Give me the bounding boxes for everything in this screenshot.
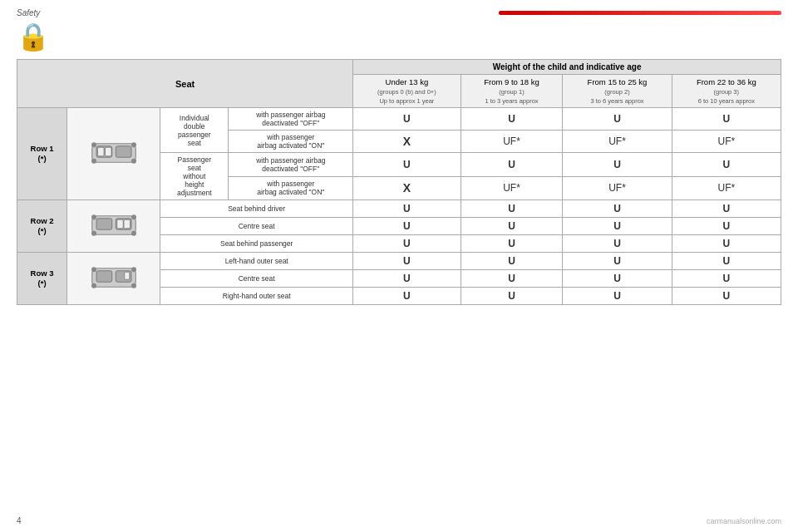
row3-seat-2-val3: U — [672, 288, 781, 305]
row3-car-svg — [89, 262, 139, 293]
row2-seat-2-val0: U — [353, 235, 461, 253]
svg-point-24 — [131, 283, 136, 288]
row1-cond-3-desc: with passengerairbag activated "ON" — [229, 176, 353, 200]
row3-seat-0-val0: U — [353, 253, 461, 270]
row1-cond-2-val3: U — [672, 153, 781, 177]
svg-point-22 — [91, 283, 96, 288]
row1-cond-0-val2: U — [563, 108, 672, 131]
svg-rect-17 — [124, 219, 131, 229]
row2-seat-1-val0: U — [353, 218, 461, 235]
child-seat-table: Seat Weight of the child and indicative … — [17, 59, 781, 305]
svg-point-4 — [91, 159, 96, 164]
row2-seat-2-val2: U — [563, 235, 672, 253]
svg-point-6 — [131, 159, 136, 164]
row2-seat-0-val2: U — [563, 200, 672, 218]
row1-label: Row 1 (*) — [17, 108, 67, 200]
row3-seat-0-val3: U — [672, 253, 781, 270]
row1-seat-type-0: Individualdoublepassengerseat — [160, 108, 229, 153]
svg-point-12 — [91, 214, 96, 219]
row1-cond-1-desc: with passengerairbag activated "ON" — [229, 131, 353, 153]
svg-rect-19 — [96, 271, 112, 283]
row1-cond-0-desc: with passenger airbagdeactivated "OFF" — [229, 108, 353, 131]
row1-cond-3-val3: UF* — [672, 176, 781, 200]
row2-seat-2: Seat behind passenger — [160, 235, 353, 253]
row2-seat-1: Centre seat — [160, 218, 353, 235]
row1-car-diagram — [67, 108, 160, 200]
row3-seat-2-val0: U — [353, 288, 461, 305]
row1-cond-1-val2: UF* — [563, 131, 672, 153]
title-icon: 🔒 — [17, 21, 50, 52]
svg-point-15 — [131, 231, 136, 236]
row2-label: Row 2 (*) — [17, 200, 67, 253]
row3-seat-1-val2: U — [563, 270, 672, 288]
row2-seat-0-val0: U — [353, 200, 461, 218]
row1-cond-2-desc: with passenger airbagdeactivated "OFF" — [229, 153, 353, 177]
row1-cond-2-val0: U — [353, 153, 461, 177]
row1-cond-1-val0: X — [353, 131, 461, 153]
row2-seat-2-val1: U — [461, 235, 563, 253]
row3-seat-0-val1: U — [461, 253, 563, 270]
section-label: Safety — [17, 8, 40, 17]
row1-cond-0-val3: U — [672, 108, 781, 131]
seat-header: Seat — [17, 60, 353, 108]
row1-cond-0-val1: U — [461, 108, 563, 131]
watermark: carmanualsonline.com — [707, 517, 781, 525]
page-number: 4 — [17, 516, 22, 525]
row1-cond-1-val1: UF* — [461, 131, 563, 153]
row2-seat-1-val1: U — [461, 218, 563, 235]
table-row: Row 2 (*) Seat behind driver U U U U — [17, 200, 781, 218]
svg-rect-16 — [116, 219, 123, 229]
col-header-1: From 9 to 18 kg (group 1) 1 to 3 years a… — [461, 75, 563, 108]
row1-cond-3-val1: UF* — [461, 176, 563, 200]
row2-seat-1-val2: U — [563, 218, 672, 235]
row3-label: Row 3 (*) — [17, 253, 67, 305]
svg-point-21 — [91, 267, 96, 272]
car-svg — [89, 137, 139, 169]
svg-rect-8 — [105, 147, 111, 156]
svg-point-13 — [91, 231, 96, 236]
svg-point-5 — [131, 142, 136, 147]
row1-cond-2-val2: U — [563, 153, 672, 177]
row2-seat-2-val3: U — [672, 235, 781, 253]
row2-car-diagram — [67, 200, 160, 253]
weight-header: Weight of the child and indicative age — [353, 60, 781, 75]
row1-cond-1-val3: UF* — [672, 131, 781, 153]
row2-seat-1-val3: U — [672, 218, 781, 235]
row2-seat-0-val3: U — [672, 200, 781, 218]
svg-rect-25 — [124, 272, 129, 279]
row1-cond-3-val2: UF* — [563, 176, 672, 200]
row1-seat-type-1: Passengerseatwithoutheightadjustment — [160, 153, 229, 200]
svg-point-23 — [131, 267, 136, 272]
row3-seat-1: Centre seat — [160, 270, 353, 288]
row2-seat-0: Seat behind driver — [160, 200, 353, 218]
row3-seat-1-val1: U — [461, 270, 563, 288]
row1-cond-3-val0: X — [353, 176, 461, 200]
row3-car-diagram — [67, 253, 160, 305]
table-row: Row 3 (*) Left-hand outer seat U U U U — [17, 253, 781, 270]
row1-cond-2-val1: U — [461, 153, 563, 177]
row2-car-svg — [89, 209, 139, 241]
col-header-3: From 22 to 36 kg (group 3) 6 to 10 years… — [672, 75, 781, 108]
row1-cond-0-val0: U — [353, 108, 461, 131]
red-bar — [499, 11, 781, 15]
row3-seat-1-val3: U — [672, 270, 781, 288]
svg-rect-7 — [97, 147, 104, 156]
svg-point-3 — [91, 142, 96, 147]
svg-rect-2 — [116, 146, 131, 158]
col-header-0: Under 13 kg (groups 0 (b) and 0+) Up to … — [353, 75, 461, 108]
svg-rect-10 — [96, 219, 112, 230]
col-header-2: From 15 to 25 kg (group 2) 3 to 6 years … — [563, 75, 672, 108]
table-row: Row 1 (*) Individualdoublepassengerseat … — [17, 108, 781, 131]
svg-point-14 — [131, 214, 136, 219]
row3-seat-0-val2: U — [563, 253, 672, 270]
row3-seat-0: Left-hand outer seat — [160, 253, 353, 270]
row3-seat-2-val2: U — [563, 288, 672, 305]
row2-seat-0-val1: U — [461, 200, 563, 218]
row3-seat-2: Right-hand outer seat — [160, 288, 353, 305]
page-title: 🔒 — [17, 21, 781, 52]
row3-seat-1-val0: U — [353, 270, 461, 288]
top-bar: Safety — [17, 8, 781, 17]
row3-seat-2-val1: U — [461, 288, 563, 305]
page: Safety 🔒 Seat Weight of the child and in… — [0, 0, 798, 532]
